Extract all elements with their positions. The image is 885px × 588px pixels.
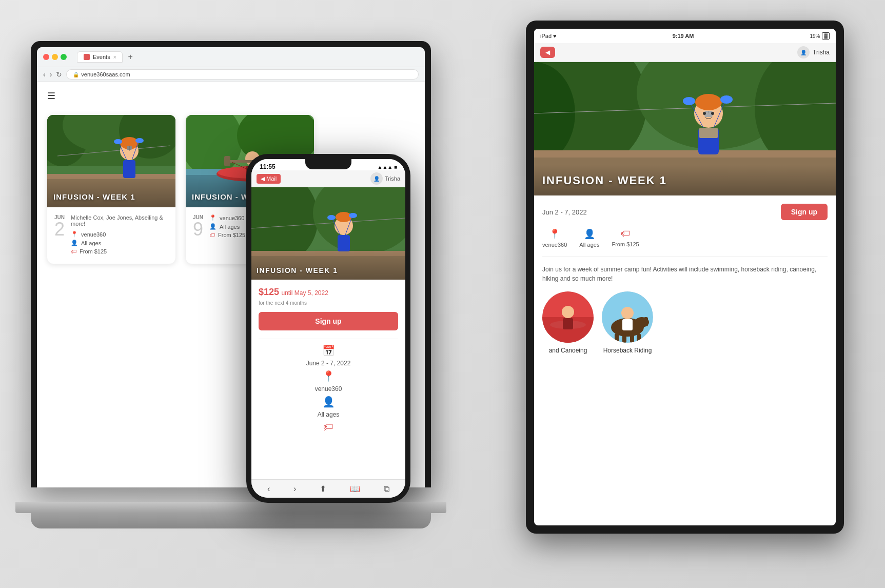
tablet-activities-list: and Canoeing: [542, 291, 828, 354]
phone-location-icon: 📍: [322, 370, 335, 382]
tablet-date-signup-row: Jun 2 - 7, 2022 Sign up: [542, 204, 828, 220]
location-marker-icon: 📍: [549, 228, 560, 240]
bookmarks-button[interactable]: 📖: [350, 484, 360, 494]
svg-point-77: [327, 215, 336, 220]
tablet-description-text: Join us for a week of summer camp fun! A…: [542, 265, 828, 283]
phone-time-display: 11:55: [260, 163, 276, 170]
phone-person-icon: 👤: [322, 396, 335, 408]
hamburger-menu-icon[interactable]: ☰: [47, 91, 55, 101]
price-until-text: until May 5, 2022: [282, 289, 328, 297]
laptop-foot: [31, 513, 431, 528]
person-icon-2: 👤: [209, 223, 217, 230]
phone-price-icon: 🏷: [323, 421, 333, 433]
people-icon: 👤: [584, 228, 595, 240]
phone-back-button[interactable]: ◀ Mail: [257, 174, 281, 184]
phone-outer-shell: 11:55 ▲▲▲ ■ ◀ Mail 👤 Trisha: [246, 154, 410, 503]
price-subtext: for the next 4 months: [259, 300, 307, 306]
tablet-hero-image: INFUSION - WEEK 1: [534, 62, 836, 195]
back-navigation-button[interactable]: ‹: [43, 70, 46, 79]
svg-point-58: [621, 307, 634, 319]
tablet-ages-item: 👤 All ages: [579, 228, 599, 248]
horseback-label: Horseback Riding: [603, 347, 652, 354]
price-label-icon: 🏷: [621, 228, 630, 239]
horseback-circle-image: [602, 291, 653, 343]
tablet-status-left: iPad ♥: [540, 33, 557, 39]
refresh-button[interactable]: ↻: [56, 70, 62, 79]
tablet-venue-item: 📍 venue360: [542, 228, 567, 248]
activity-horseback: Horseback Riding: [602, 291, 653, 354]
phone-ages-text: All ages: [318, 411, 340, 418]
tablet-back-button[interactable]: ◀: [540, 47, 555, 58]
card-1-info: Michelle Cox, Joe Jones, Abseiling & mor…: [71, 214, 168, 257]
event-card-1[interactable]: INFUSION - WEEK 1 JUN 2 Michelle Cox: [47, 115, 175, 264]
person-icon: 👤: [71, 240, 78, 246]
card-1-venue: 📍 venue360: [71, 231, 168, 238]
tablet-date-text: Jun 2 - 7, 2022: [542, 208, 587, 216]
card-1-day: 2: [54, 220, 65, 239]
tablet-ages-label: All ages: [579, 242, 599, 248]
horseback-svg: [602, 291, 653, 343]
location-icon: 📍: [71, 231, 78, 238]
phone-signup-button[interactable]: Sign up: [259, 312, 398, 330]
maximize-window-button[interactable]: [61, 54, 67, 60]
svg-point-14: [135, 138, 144, 143]
card-1-date: JUN 2: [54, 214, 65, 239]
lock-icon: 🔒: [73, 72, 79, 77]
phone-username: Trisha: [385, 175, 400, 182]
phone-bottom-bar: ‹ › ⬆ 📖 ⧉: [251, 479, 405, 498]
user-avatar-icon: 👤: [797, 46, 810, 58]
tabs-button[interactable]: ⧉: [384, 484, 389, 494]
phone-status-bar: 11:55 ▲▲▲ ■: [251, 159, 405, 170]
svg-rect-55: [563, 318, 573, 329]
card-1-price: 🏷 From $125: [71, 248, 168, 254]
phone-user-avatar-icon: 👤: [370, 172, 383, 185]
tablet-venue-label: venue360: [542, 242, 567, 248]
active-tab[interactable]: Events ×: [77, 51, 123, 63]
card-1-ages-text: All ages: [81, 240, 101, 246]
calendar-icon: 📅: [322, 344, 335, 357]
tablet-price-item: 🏷 From $125: [612, 228, 639, 248]
phone-back-icon: ◀ Mail: [261, 175, 277, 182]
address-bar[interactable]: 🔒 venue360saas.com: [66, 69, 419, 80]
tab-close-button[interactable]: ×: [113, 54, 116, 60]
phone-content-area: $125 until May 5, 2022 for the next 4 mo…: [251, 280, 405, 479]
minimize-window-button[interactable]: [52, 54, 58, 60]
image-shadow-overlay: [47, 177, 175, 207]
canoeing-circle-image: [542, 291, 594, 343]
svg-point-73: [336, 212, 352, 222]
svg-rect-63: [622, 334, 626, 343]
browser-back-button[interactable]: ‹: [267, 484, 270, 494]
browser-tab-bar: Events × +: [37, 47, 425, 67]
tablet-outer-shell: iPad ♥ 9:19 AM 19% ▓ ◀ 👤 Trisha: [526, 21, 844, 534]
new-tab-button[interactable]: +: [125, 51, 135, 63]
browser-forward-button[interactable]: ›: [293, 484, 296, 494]
share-button[interactable]: ⬆: [320, 484, 326, 494]
svg-rect-9: [123, 160, 135, 178]
svg-rect-61: [644, 317, 648, 326]
price-tag-icon-2: 🏷: [209, 232, 215, 238]
back-arrow-icon: ◀: [545, 49, 550, 56]
event-card-1-image: INFUSION - WEEK 1: [47, 115, 175, 207]
price-amount: $125: [259, 287, 279, 297]
svg-rect-65: [637, 334, 641, 343]
tablet-screen: iPad ♥ 9:19 AM 19% ▓ ◀ 👤 Trisha: [534, 29, 836, 525]
event-card-1-title-label: INFUSION - WEEK 1: [53, 192, 135, 201]
price-tag-icon: 🏷: [71, 248, 76, 254]
card-2-date: JUN 9: [193, 214, 203, 239]
tablet-icons-row: 📍 venue360 👤 All ages 🏷 From $125: [542, 228, 828, 257]
card-1-ages: 👤 All ages: [71, 240, 168, 246]
browser-tabs: Events × +: [77, 51, 136, 63]
svg-point-49: [703, 112, 706, 115]
phone-venue-text: venue360: [315, 385, 342, 393]
tab-favicon-icon: [84, 54, 90, 60]
card-1-venue-text: venue360: [81, 231, 106, 238]
activity-canoeing: and Canoeing: [542, 291, 594, 354]
forward-navigation-button[interactable]: ›: [50, 70, 52, 79]
canoeing-label: and Canoeing: [549, 347, 587, 354]
close-window-button[interactable]: [43, 54, 49, 60]
phone-hero-label: INFUSION - WEEK 1: [257, 266, 338, 275]
tablet-signup-button[interactable]: Sign up: [781, 204, 828, 220]
card-1-price-text: From $125: [80, 248, 107, 254]
svg-point-50: [711, 112, 714, 115]
phone-detail-rows: 📅 June 2 - 7, 2022 📍 venue360 👤 All ages…: [259, 339, 398, 433]
